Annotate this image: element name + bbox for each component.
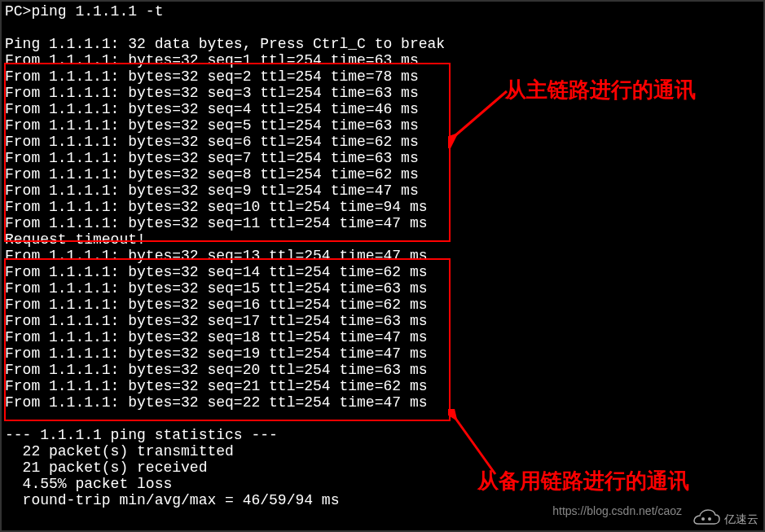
watermark-logo: 亿速云 [692, 509, 758, 529]
ping-reply: From 1.1.1.1: bytes=32 seq=16 ttl=254 ti… [5, 297, 760, 313]
ping-reply: From 1.1.1.1: bytes=32 seq=7 ttl=254 tim… [5, 150, 760, 166]
ping-reply: From 1.1.1.1: bytes=32 seq=5 ttl=254 tim… [5, 117, 760, 134]
ping-reply: From 1.1.1.1: bytes=32 seq=4 ttl=254 tim… [5, 101, 760, 117]
ping-reply: From 1.1.1.1: bytes=32 seq=22 ttl=254 ti… [5, 394, 760, 411]
annotation-backup-link: 从备用链路进行的通讯 [477, 468, 689, 494]
timeout-line: Request timeout! [5, 231, 760, 248]
ping-reply: From 1.1.1.1: bytes=32 seq=18 ttl=254 ti… [5, 329, 760, 345]
blank-line [5, 411, 760, 427]
svg-point-5 [708, 517, 711, 521]
annotation-primary-link: 从主链路进行的通讯 [505, 77, 696, 103]
ping-reply: From 1.1.1.1: bytes=32 seq=10 ttl=254 ti… [5, 199, 760, 215]
prompt-line: PC>ping 1.1.1.1 -t [5, 3, 760, 20]
ping-reply: From 1.1.1.1: bytes=32 seq=9 ttl=254 tim… [5, 182, 760, 199]
ping-reply: From 1.1.1.1: bytes=32 seq=15 ttl=254 ti… [5, 280, 760, 297]
ping-reply: From 1.1.1.1: bytes=32 seq=21 ttl=254 ti… [5, 378, 760, 394]
watermark-url: https://blog.csdn.net/caoz [552, 503, 682, 519]
ping-reply: From 1.1.1.1: bytes=32 seq=13 ttl=254 ti… [5, 248, 760, 264]
ping-header: Ping 1.1.1.1: 32 data bytes, Press Ctrl_… [5, 36, 760, 52]
ping-reply: From 1.1.1.1: bytes=32 seq=1 ttl=254 tim… [5, 52, 760, 68]
watermark-brand: 亿速云 [724, 511, 758, 527]
ping-reply: From 1.1.1.1: bytes=32 seq=8 ttl=254 tim… [5, 166, 760, 182]
ping-reply: From 1.1.1.1: bytes=32 seq=14 ttl=254 ti… [5, 264, 760, 280]
ping-reply: From 1.1.1.1: bytes=32 seq=11 ttl=254 ti… [5, 215, 760, 231]
cloud-icon [692, 509, 721, 529]
stats-header: --- 1.1.1.1 ping statistics --- [5, 427, 760, 443]
stats-line: 22 packet(s) transmitted [5, 443, 760, 459]
blank-line [5, 20, 760, 36]
ping-reply: From 1.1.1.1: bytes=32 seq=6 ttl=254 tim… [5, 134, 760, 150]
ping-reply: From 1.1.1.1: bytes=32 seq=19 ttl=254 ti… [5, 345, 760, 362]
svg-point-4 [701, 517, 705, 521]
ping-reply: From 1.1.1.1: bytes=32 seq=17 ttl=254 ti… [5, 313, 760, 329]
ping-reply: From 1.1.1.1: bytes=32 seq=20 ttl=254 ti… [5, 362, 760, 378]
